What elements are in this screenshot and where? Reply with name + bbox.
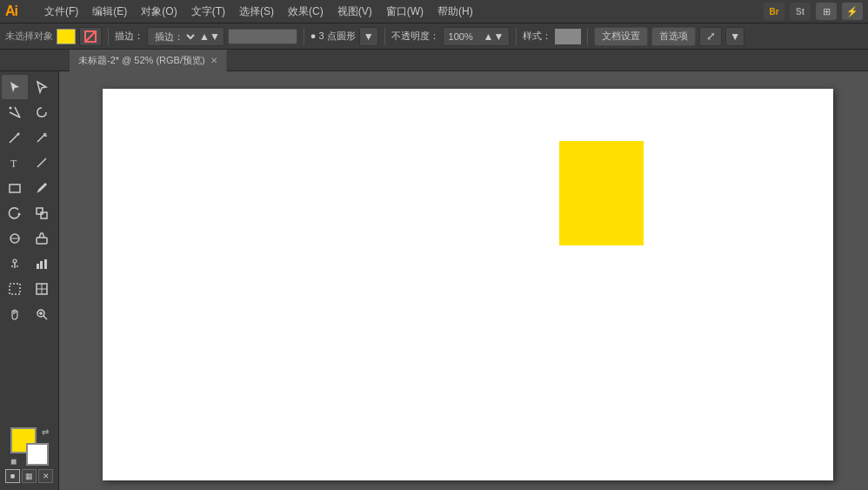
svg-rect-16: [37, 238, 47, 244]
sep5: [587, 28, 588, 45]
tool-row-10: [2, 302, 57, 326]
arrange-dropdown[interactable]: ▼: [725, 27, 744, 46]
tool-row-5: [2, 176, 57, 200]
svg-rect-24: [10, 284, 20, 294]
zoom-tool[interactable]: [29, 302, 55, 326]
opacity-input[interactable]: [449, 31, 482, 42]
svg-rect-13: [41, 212, 47, 218]
sep1: [108, 28, 109, 45]
svg-rect-10: [10, 185, 20, 192]
stroke-select[interactable]: 插边：: [151, 30, 197, 43]
menu-view[interactable]: 视图(V): [331, 3, 378, 21]
tool-row-4: T: [2, 151, 57, 175]
canvas-area[interactable]: [59, 71, 868, 490]
stroke-dropdown[interactable]: 插边： ▲▼: [147, 27, 224, 46]
svg-marker-11: [17, 212, 21, 215]
swap-colors[interactable]: ⇄: [42, 427, 49, 437]
tab-bar: 未标题-2* @ 52% (RGB/预览) ✕: [0, 50, 868, 71]
svg-rect-22: [40, 261, 43, 269]
tool-row-3: [2, 125, 57, 150]
fill-color-swatch[interactable]: [57, 29, 76, 44]
yellow-rectangle[interactable]: [559, 141, 644, 245]
column-graph-tool[interactable]: [29, 252, 55, 276]
style-label: 样式：: [523, 30, 551, 43]
lasso-tool[interactable]: [29, 100, 55, 124]
svg-point-17: [13, 259, 17, 263]
doc-settings-button[interactable]: 文档设置: [594, 27, 648, 46]
sep4: [516, 28, 517, 45]
tab-close-button[interactable]: ✕: [210, 56, 217, 65]
slice-tool[interactable]: [29, 277, 55, 301]
line-tool[interactable]: [29, 151, 55, 175]
svg-text:T: T: [10, 158, 17, 170]
artboard-tool[interactable]: [2, 277, 28, 301]
selection-label: 未选择对象: [5, 30, 53, 43]
style-swatch[interactable]: [555, 29, 581, 44]
background-swatch[interactable]: [26, 443, 49, 466]
sep3: [384, 28, 385, 45]
menu-bar: 文件(F) 编辑(E) 对象(O) 文字(T) 选择(S) 效果(C) 视图(V…: [38, 3, 479, 21]
arrange-icon[interactable]: ⤢: [699, 27, 722, 46]
lightning-icon[interactable]: ⚡: [842, 3, 863, 20]
selection-tool[interactable]: [2, 75, 28, 99]
opacity-input-group[interactable]: ▲▼: [443, 27, 511, 46]
pen-tool[interactable]: [2, 125, 28, 150]
none-mode-btn[interactable]: ✕: [38, 469, 53, 483]
magic-wand-tool[interactable]: [2, 100, 28, 124]
document-tab[interactable]: 未标题-2* @ 52% (RGB/预览) ✕: [70, 50, 227, 71]
preferences-button[interactable]: 首选项: [651, 27, 696, 46]
scale-tool[interactable]: [29, 201, 55, 225]
point-shape-label: ● 3 点圆形: [310, 30, 356, 43]
svg-point-4: [10, 107, 12, 110]
tool-row-1: [2, 75, 57, 99]
grid-icon[interactable]: ⊞: [816, 3, 837, 20]
reset-colors[interactable]: ◼: [10, 457, 17, 466]
point-shape-dropdown[interactable]: ▼: [359, 27, 378, 46]
paintbrush-tool[interactable]: [29, 176, 55, 200]
svg-rect-21: [37, 264, 39, 269]
stock-icon[interactable]: St: [790, 3, 811, 20]
artboard: [103, 89, 833, 480]
menu-type[interactable]: 文字(T): [185, 3, 231, 21]
svg-line-29: [43, 316, 47, 319]
menu-help[interactable]: 帮助(H): [431, 3, 479, 21]
opacity-label: 不透明度：: [391, 30, 439, 43]
toolbox: T: [0, 71, 59, 490]
tool-row-7: [2, 226, 57, 251]
bridge-icon[interactable]: Br: [764, 3, 785, 20]
mode-row: ■ ▦ ✕: [5, 469, 53, 483]
sep2: [304, 28, 304, 45]
app-logo: Ai: [5, 3, 31, 19]
stroke-preview: [228, 29, 297, 44]
toolbar: 未选择对象 描边： 插边： ▲▼ ● 3 点圆形 ▼ 不透明度： ▲▼ 样式： …: [0, 23, 868, 50]
menu-effect[interactable]: 效果(C): [282, 3, 330, 21]
tool-row-2: [2, 100, 57, 124]
svg-rect-23: [44, 259, 47, 269]
eraser-tool[interactable]: [29, 226, 55, 251]
tool-row-6: [2, 201, 57, 225]
title-bar-right: Br St ⊞ ⚡: [764, 3, 863, 20]
menu-edit[interactable]: 编辑(E): [86, 3, 133, 21]
main-area: T: [0, 71, 868, 490]
rectangle-tool[interactable]: [2, 176, 28, 200]
color-mode-btn[interactable]: ■: [5, 469, 20, 483]
shaper-tool[interactable]: [2, 226, 28, 251]
title-bar: Ai 文件(F) 编辑(E) 对象(O) 文字(T) 选择(S) 效果(C) 视…: [0, 0, 868, 23]
add-anchor-tool[interactable]: [29, 125, 55, 150]
color-swatches: ◼ ⇄: [10, 427, 49, 466]
direct-selection-tool[interactable]: [29, 75, 55, 99]
menu-window[interactable]: 窗口(W): [380, 3, 430, 21]
gradient-mode-btn[interactable]: ▦: [22, 469, 37, 483]
menu-object[interactable]: 对象(O): [135, 3, 183, 21]
rotate-tool[interactable]: [2, 201, 28, 225]
tool-row-9: [2, 277, 57, 301]
stroke-icon-btn[interactable]: [79, 27, 102, 46]
symbol-spray-tool[interactable]: [2, 252, 28, 276]
tab-label: 未标题-2* @ 52% (RGB/预览): [78, 54, 205, 67]
type-tool[interactable]: T: [2, 151, 28, 175]
menu-file[interactable]: 文件(F): [38, 3, 84, 21]
menu-select[interactable]: 选择(S): [233, 3, 280, 21]
svg-point-19: [11, 265, 13, 267]
hand-tool[interactable]: [2, 302, 28, 326]
svg-point-20: [17, 265, 18, 267]
